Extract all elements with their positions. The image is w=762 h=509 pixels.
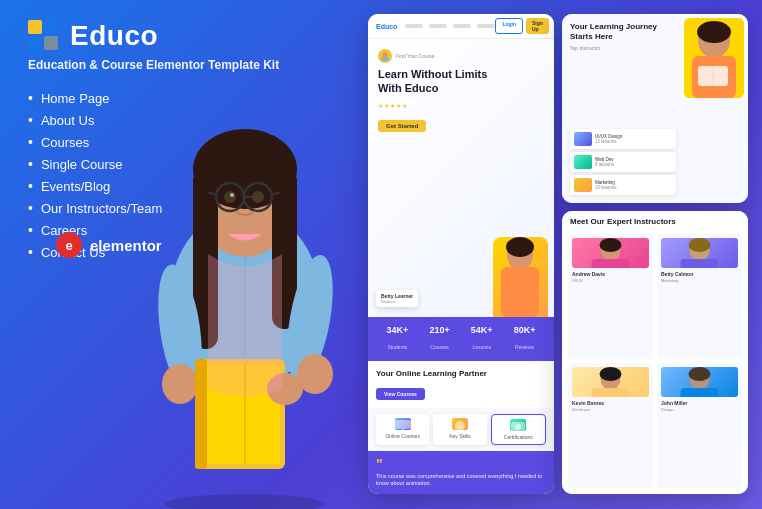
screenshot-bottom-right: Meet Our Expert Instructors Andrew Davis… bbox=[562, 211, 748, 494]
ss-instructors-grid: Andrew Davis UI/UX Betty Calmon Marketin… bbox=[562, 230, 748, 494]
svg-rect-51 bbox=[681, 259, 719, 268]
instructor-card-1: Betty Calmon Marketing bbox=[657, 234, 742, 359]
ss-tr-sub: Top Instructor bbox=[570, 45, 660, 51]
svg-point-23 bbox=[162, 364, 198, 404]
ss-card-skills: ✓ Key Skills bbox=[433, 414, 486, 445]
ss-nav bbox=[405, 24, 495, 28]
brand-subtitle: Education & Course Elementor Template Ki… bbox=[28, 58, 279, 72]
svg-point-4 bbox=[165, 494, 325, 509]
ss-hero: Find Your Course Learn Without Limits Wi… bbox=[368, 39, 554, 317]
svg-point-39 bbox=[515, 424, 521, 430]
logo-header: Educo bbox=[28, 20, 279, 52]
ss-hero-title: Learn Without Limits With Educo bbox=[378, 67, 488, 96]
ss-stars: ★★★★★ bbox=[378, 102, 544, 109]
instructor-card-2: Kevin Barnes Developer bbox=[568, 363, 653, 488]
svg-rect-34 bbox=[395, 420, 411, 429]
svg-point-30 bbox=[381, 57, 389, 61]
ss-instructors-title: Meet Our Expert Instructors bbox=[570, 217, 740, 226]
svg-rect-3 bbox=[44, 36, 58, 50]
ss-tr-person bbox=[684, 18, 744, 98]
svg-point-17 bbox=[252, 191, 264, 203]
ss-tr-text: Your Learning Journey Starts Here Top In… bbox=[570, 22, 660, 51]
svg-rect-54 bbox=[592, 388, 630, 397]
ss-partner-title: Your Online Learning Partner bbox=[376, 369, 546, 378]
svg-point-18 bbox=[230, 193, 234, 197]
svg-point-29 bbox=[383, 53, 388, 58]
ss-br-header: Meet Our Expert Instructors bbox=[562, 211, 748, 230]
svg-point-33 bbox=[506, 237, 534, 257]
elementor-icon: e bbox=[56, 232, 82, 258]
svg-rect-57 bbox=[681, 388, 719, 397]
ss-nav-dot bbox=[477, 24, 495, 28]
ss-quote-mark: " bbox=[376, 457, 546, 471]
ss-stats-bar: 34K+ Students 210+ Courses 54K+ Lessons … bbox=[368, 317, 554, 361]
ss-stat-1: 210+ Courses bbox=[429, 325, 449, 353]
svg-point-47 bbox=[600, 238, 622, 252]
svg-point-42 bbox=[697, 21, 731, 43]
ss-quote-section: " This course was comprehensive and cove… bbox=[368, 451, 554, 494]
svg-text:✓: ✓ bbox=[457, 424, 462, 430]
svg-rect-32 bbox=[501, 267, 539, 317]
ss-nav-dot bbox=[429, 24, 447, 28]
ss-header-buttons: Login Sign Up bbox=[495, 18, 548, 34]
screenshot-main: Educo Login Sign Up Find bbox=[368, 14, 554, 494]
ss-stat-0: 34K+ Students bbox=[387, 325, 409, 353]
ss-quote-text: This course was comprehensive and covere… bbox=[376, 473, 546, 488]
instructor-card-3: John Miller Design bbox=[657, 363, 742, 488]
ss-stat-2: 54K+ Lessons bbox=[471, 325, 493, 353]
svg-point-50 bbox=[689, 238, 711, 252]
svg-rect-0 bbox=[28, 20, 42, 34]
main-container: Educo Education & Course Elementor Templ… bbox=[0, 0, 762, 509]
svg-rect-2 bbox=[28, 36, 42, 50]
svg-point-16 bbox=[224, 191, 236, 203]
svg-point-56 bbox=[689, 367, 711, 381]
ss-login-btn[interactable]: Login bbox=[495, 18, 523, 34]
ss-nav-dot bbox=[405, 24, 423, 28]
ss-topbar: Educo Login Sign Up bbox=[368, 14, 554, 39]
ss-partner-section: Your Online Learning Partner View Course… bbox=[368, 361, 554, 408]
ss-card-online: Online Courses bbox=[376, 414, 429, 445]
svg-rect-1 bbox=[44, 20, 58, 34]
brand-name: Educo bbox=[70, 20, 158, 52]
ss-card-cert: Certifications bbox=[491, 414, 546, 445]
screenshot-top-right: Your Learning Journey Starts Here Top In… bbox=[562, 14, 748, 203]
ss-stat-3: 80K+ Reviews bbox=[514, 325, 536, 353]
svg-point-53 bbox=[600, 367, 622, 381]
svg-rect-48 bbox=[592, 259, 630, 268]
ss-hero-btn[interactable]: Get Started bbox=[378, 120, 426, 132]
student-image bbox=[140, 79, 350, 509]
logo-icon bbox=[28, 20, 60, 52]
ss-tr-content: Your Learning Journey Starts Here Top In… bbox=[562, 14, 748, 203]
ss-cards-row: Online Courses ✓ Key Skills Certificatio… bbox=[368, 408, 554, 451]
ss-tr-title: Your Learning Journey Starts Here bbox=[570, 22, 660, 43]
screenshots-panel: Educo Login Sign Up Find bbox=[368, 14, 748, 494]
ss-logo: Educo bbox=[376, 23, 397, 30]
ss-nav-dot bbox=[453, 24, 471, 28]
ss-signup-btn[interactable]: Sign Up bbox=[526, 18, 549, 34]
instructor-card-0: Andrew Davis UI/UX bbox=[568, 234, 653, 359]
ss-partner-btn[interactable]: View Courses bbox=[376, 388, 425, 400]
svg-rect-27 bbox=[195, 359, 207, 469]
